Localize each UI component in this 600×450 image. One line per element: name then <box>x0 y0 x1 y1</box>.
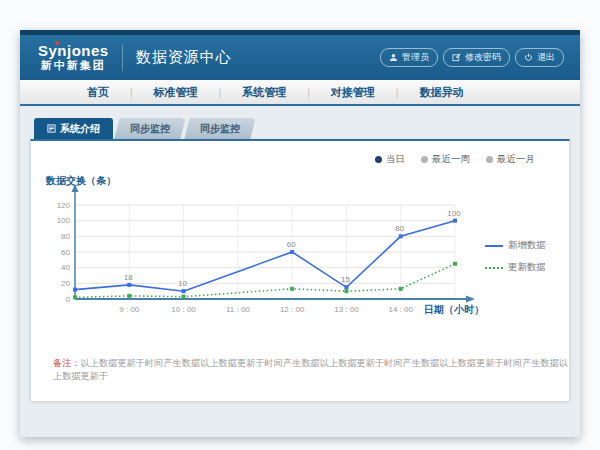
time-filter-1[interactable]: 最近一周 <box>421 153 470 166</box>
nav-item-3[interactable]: 对接管理 <box>310 85 396 100</box>
nav-item-1[interactable]: 标准管理 <box>133 85 219 100</box>
app-window: Synjones 新中新集团 数据资源中心 管理员修改密码退出 首页|标准管理|… <box>20 30 580 437</box>
header-action-1[interactable]: 修改密码 <box>443 48 510 67</box>
data-point <box>344 285 348 289</box>
tab-label: 同步监控 <box>200 122 240 136</box>
time-filter-label: 最近一周 <box>432 153 470 166</box>
time-filter-label: 最近一月 <box>497 153 535 166</box>
x-tick-label: 9 : 00 <box>119 305 140 314</box>
legend-item-0[interactable]: 新增数据 <box>485 239 565 252</box>
time-filter-label: 当日 <box>386 153 405 166</box>
x-tick-label: 11 : 00 <box>226 305 250 314</box>
header-action-label: 修改密码 <box>465 51 501 64</box>
data-point <box>344 289 348 293</box>
header-divider <box>122 45 123 71</box>
note-text: 以上数据更新于时间产生数据以上数据更新于时间产生数据以上数据更新于时间产生数据以… <box>53 358 568 381</box>
data-point-label: 100 <box>447 209 461 218</box>
tab-1[interactable]: 同步监控 <box>114 118 185 139</box>
main-nav: 首页|标准管理|系统管理|对接管理|数据异动 <box>20 80 580 106</box>
time-filter-group: 当日最近一周最近一月 <box>375 153 535 166</box>
logo-brand: Synjones <box>38 43 109 58</box>
legend-label: 新增数据 <box>508 239 546 252</box>
y-tick-label: 40 <box>61 263 70 272</box>
data-point <box>127 294 131 298</box>
header-actions: 管理员修改密码退出 <box>380 48 564 67</box>
header-action-label: 管理员 <box>402 51 429 64</box>
data-point <box>290 287 294 291</box>
y-tick-label: 0 <box>66 295 71 304</box>
time-filter-2[interactable]: 最近一月 <box>486 153 535 166</box>
y-tick-label: 20 <box>61 279 70 288</box>
x-axis-arrow <box>466 295 475 302</box>
radio-unselected-icon <box>486 156 493 163</box>
power-icon <box>524 53 533 62</box>
tab-bar: 系统介绍同步监控同步监控 <box>34 118 570 139</box>
header-action-2[interactable]: 退出 <box>515 48 564 67</box>
nav-item-0[interactable]: 首页 <box>66 85 130 100</box>
data-point-label: 10 <box>178 279 187 288</box>
y-tick-label: 80 <box>61 232 70 241</box>
data-point <box>453 262 457 266</box>
form-icon <box>47 124 56 133</box>
tab-label: 同步监控 <box>130 122 170 136</box>
y-tick-label: 100 <box>57 216 71 225</box>
x-tick-label: 13 : 00 <box>334 305 359 314</box>
logo-company: 新中新集团 <box>38 58 109 73</box>
content-area: 系统介绍同步监控同步监控 当日最近一周最近一月 数据交换（条） 02040608… <box>20 106 580 437</box>
footer-note: 备注：以上数据更新于时间产生数据以上数据更新于时间产生数据以上数据更新于时间产生… <box>53 357 569 383</box>
app-header: Synjones 新中新集团 数据资源中心 管理员修改密码退出 <box>20 35 580 80</box>
x-tick-label: 10 : 00 <box>171 305 196 314</box>
y-axis-title: 数据交换（条） <box>46 174 116 188</box>
data-point-label: 18 <box>124 273 133 282</box>
chart-panel: 当日最近一周最近一月 数据交换（条） 0204060801001209 : 00… <box>30 139 570 401</box>
data-point <box>399 234 403 238</box>
data-exchange-line-chart: 0204060801001209 : 0010 : 0011 : 0012 : … <box>35 181 485 321</box>
y-tick-label: 60 <box>61 248 70 257</box>
legend-item-1[interactable]: 更新数据 <box>485 261 565 274</box>
radio-selected-icon <box>375 156 382 163</box>
data-point <box>182 289 186 293</box>
edit-icon <box>452 53 461 62</box>
tab-label: 系统介绍 <box>60 122 100 136</box>
x-tick-label: 14 : 00 <box>388 305 413 314</box>
x-tick-label: 12 : 00 <box>280 305 305 314</box>
data-point <box>73 295 77 299</box>
data-point-label: 15 <box>341 275 350 284</box>
time-filter-0[interactable]: 当日 <box>375 153 405 166</box>
data-point <box>399 287 403 291</box>
legend-swatch <box>485 267 503 269</box>
header-action-0[interactable]: 管理员 <box>380 48 438 67</box>
logo-accent-dot <box>55 41 59 45</box>
legend-swatch <box>485 245 503 247</box>
data-point-label: 60 <box>287 240 296 249</box>
data-point <box>127 283 131 287</box>
x-axis-title: 日期（小时） <box>424 304 484 315</box>
chart-row: 0204060801001209 : 0010 : 0011 : 0012 : … <box>31 141 569 321</box>
legend-label: 更新数据 <box>508 261 546 274</box>
data-point <box>182 295 186 299</box>
company-logo: Synjones 新中新集团 <box>38 43 109 73</box>
tab-0[interactable]: 系统介绍 <box>34 118 113 139</box>
nav-item-2[interactable]: 系统管理 <box>221 85 307 100</box>
page-title: 数据资源中心 <box>136 48 232 67</box>
note-prefix: 备注： <box>53 358 81 368</box>
nav-item-4[interactable]: 数据异动 <box>398 85 484 100</box>
header-action-label: 退出 <box>537 51 555 64</box>
data-point-label: 80 <box>395 224 404 233</box>
user-icon <box>389 53 398 62</box>
tab-2[interactable]: 同步监控 <box>184 118 255 139</box>
data-point <box>73 288 77 292</box>
radio-unselected-icon <box>421 156 428 163</box>
chart-legend: 新增数据更新数据 <box>485 181 565 321</box>
y-tick-label: 120 <box>57 201 71 210</box>
data-point <box>453 219 457 223</box>
data-point <box>290 250 294 254</box>
